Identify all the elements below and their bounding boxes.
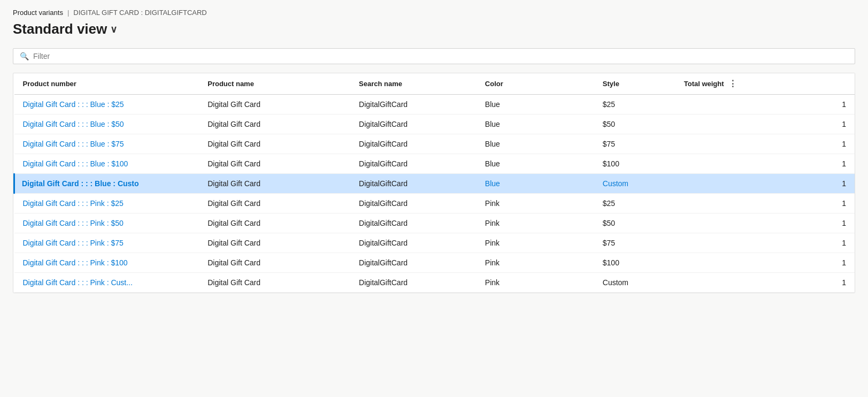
cell-style: $25 [594,95,728,114]
variants-table-wrapper: Product number Product name Search name … [13,73,855,293]
cell-search-name: DigitalGiftCard [350,114,477,134]
table-row[interactable]: Digital Gift Card : : : Blue : $50Digita… [14,114,855,134]
product-number-link[interactable]: Digital Gift Card : : : Pink : $75 [23,239,124,247]
cell-color: Pink [477,273,594,293]
cell-search-name: DigitalGiftCard [350,273,477,293]
product-number-link[interactable]: Digital Gift Card : : : Blue : $50 [23,120,124,128]
cell-color: Pink [477,213,594,233]
table-header-row: Product number Product name Search name … [14,73,855,95]
cell-product-number: Digital Gift Card : : : Blue : $25 [14,95,199,114]
product-number-link[interactable]: Digital Gift Card : : : Pink : $25 [23,199,124,208]
cell-color: Blue [477,134,594,154]
breadcrumb-separator: | [67,9,69,17]
table-row[interactable]: Digital Gift Card : : : Pink : $75Digita… [14,233,855,253]
cell-search-name: DigitalGiftCard [350,134,477,154]
table-body: Digital Gift Card : : : Blue : $25Digita… [14,95,855,293]
product-number-link[interactable]: Digital Gift Card : : : Blue : $25 [23,100,124,109]
product-number-link[interactable]: Digital Gift Card : : : Pink : Cust... [23,278,133,287]
table-row[interactable]: Digital Gift Card : : : Pink : $25Digita… [14,194,855,213]
cell-total-weight: 1 [728,134,855,154]
filter-bar: 🔍 [13,48,855,64]
breadcrumb-item-1[interactable]: Product variants [13,9,63,17]
product-number-link[interactable]: Digital Gift Card : : : Blue : $100 [23,159,128,168]
product-number-link[interactable]: Digital Gift Card : : : Pink : $50 [23,219,124,227]
cell-total-weight: 1 [728,154,855,174]
cell-product-number: Digital Gift Card : : : Blue : $100 [14,154,199,174]
cell-product-name: Digital Gift Card [199,174,350,194]
cell-total-weight: 1 [728,233,855,253]
th-total-weight: Total weight ⋮ [728,73,747,94]
product-number-link[interactable]: Digital Gift Card : : : Blue : $75 [23,140,124,148]
cell-product-number: Digital Gift Card : : : Blue : $75 [14,134,199,154]
th-color: Color [477,73,594,95]
cell-search-name: DigitalGiftCard [350,174,477,194]
cell-color: Blue [477,154,594,174]
breadcrumb: Product variants | DIGITAL GIFT CARD : D… [13,9,855,17]
th-product-number: Product number [14,73,199,95]
cell-style: $25 [594,194,728,213]
cell-total-weight: 1 [728,174,855,194]
search-icon: 🔍 [20,52,29,60]
cell-total-weight: 1 [728,95,855,114]
cell-style: $100 [594,154,728,174]
table-row[interactable]: Digital Gift Card : : : Blue : $25Digita… [14,95,855,114]
cell-total-weight: 1 [728,194,855,213]
table-row[interactable]: Digital Gift Card : : : Pink : $100Digit… [14,253,855,273]
cell-product-number: Digital Gift Card : : : Pink : $100 [14,253,199,273]
product-number-link[interactable]: Digital Gift Card : : : Pink : $100 [23,258,128,267]
cell-product-name: Digital Gift Card [199,114,350,134]
cell-style: $75 [594,233,728,253]
cell-search-name: DigitalGiftCard [350,95,477,114]
table-row[interactable]: Digital Gift Card : : : Blue : CustoDigi… [14,174,855,194]
table-row[interactable]: Digital Gift Card : : : Pink : Cust...Di… [14,273,855,293]
filter-input[interactable] [33,52,848,60]
cell-total-weight: 1 [728,253,855,273]
cell-style: Custom [594,273,728,293]
cell-total-weight: 1 [728,273,855,293]
cell-product-name: Digital Gift Card [199,95,350,114]
cell-search-name: DigitalGiftCard [350,194,477,213]
product-number-link[interactable]: Digital Gift Card : : : Blue : Custo [22,179,139,188]
cell-search-name: DigitalGiftCard [350,253,477,273]
th-product-name: Product name [199,73,350,95]
cell-product-name: Digital Gift Card [199,233,350,253]
cell-product-number: Digital Gift Card : : : Pink : $25 [14,194,199,213]
cell-product-name: Digital Gift Card [199,194,350,213]
cell-color: Blue [477,114,594,134]
page-container: Product variants | DIGITAL GIFT CARD : D… [0,0,868,302]
cell-product-name: Digital Gift Card [199,213,350,233]
cell-product-number: Digital Gift Card : : : Pink : $50 [14,213,199,233]
cell-product-number: Digital Gift Card : : : Pink : Cust... [14,273,199,293]
cell-product-name: Digital Gift Card [199,154,350,174]
cell-style: $100 [594,253,728,273]
cell-color: Pink [477,253,594,273]
breadcrumb-item-2: DIGITAL GIFT CARD : DIGITALGIFTCARD [73,9,206,17]
cell-product-number: Digital Gift Card : : : Blue : $50 [14,114,199,134]
cell-product-number: Digital Gift Card : : : Blue : Custo [14,174,199,194]
page-title: Standard view ∨ [13,21,855,37]
cell-color: Pink [477,233,594,253]
cell-search-name: DigitalGiftCard [350,233,477,253]
cell-style: $50 [594,213,728,233]
table-row[interactable]: Digital Gift Card : : : Blue : $75Digita… [14,134,855,154]
th-search-name: Search name [350,73,477,95]
cell-product-number: Digital Gift Card : : : Pink : $75 [14,233,199,253]
cell-product-name: Digital Gift Card [199,273,350,293]
cell-total-weight: 1 [728,213,855,233]
cell-search-name: DigitalGiftCard [350,213,477,233]
table-row[interactable]: Digital Gift Card : : : Blue : $100Digit… [14,154,855,174]
cell-product-name: Digital Gift Card [199,134,350,154]
cell-style: Custom [594,174,728,194]
column-options-icon[interactable]: ⋮ [726,79,739,89]
cell-color: Blue [477,174,594,194]
variants-table: Product number Product name Search name … [13,73,855,293]
cell-color: Blue [477,95,594,114]
cell-search-name: DigitalGiftCard [350,154,477,174]
cell-color: Pink [477,194,594,213]
cell-style: $50 [594,114,728,134]
cell-total-weight: 1 [728,114,855,134]
page-title-text: Standard view [13,21,107,37]
cell-style: $75 [594,134,728,154]
table-row[interactable]: Digital Gift Card : : : Pink : $50Digita… [14,213,855,233]
chevron-down-icon[interactable]: ∨ [110,24,117,35]
